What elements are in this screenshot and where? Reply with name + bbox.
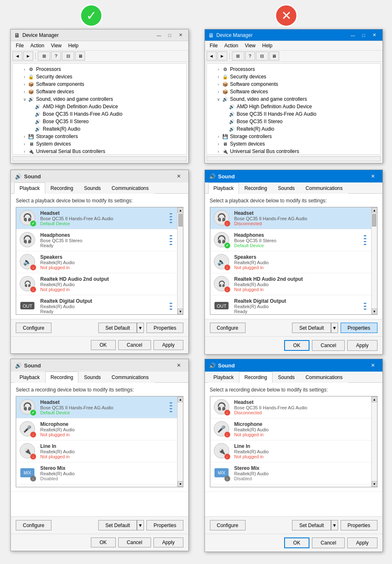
set-default-btn-recording-left[interactable]: Set Default <box>98 520 137 530</box>
apply-btn-playback-right[interactable]: Apply <box>347 340 377 351</box>
properties-btn-playback-left[interactable]: Properties <box>146 323 183 333</box>
set-default-btn-playback-left[interactable]: Set Default <box>98 323 137 333</box>
tree-item-sound-right[interactable]: ∨🔊Sound, video and game controllers <box>209 95 379 103</box>
dm-menu-view-right[interactable]: View <box>241 42 259 49</box>
tree-item-bose-ag-left[interactable]: 🔊Bose QC35 II Hands-Free AG Audio <box>15 110 185 118</box>
tree-item-bose-stereo-right[interactable]: 🔊Bose QC35 II Stereo <box>209 118 379 125</box>
sound-close-playback-left[interactable]: ✕ <box>173 172 184 181</box>
cancel-btn-recording-right[interactable]: Cancel <box>312 537 345 548</box>
device-item-headset-playback-right[interactable]: 🎧 ↓ Headset Bose QC35 II Hands-Free AG A… <box>210 207 377 229</box>
cancel-btn-playback-right[interactable]: Cancel <box>312 340 345 351</box>
tree-item-bose-ag-right[interactable]: 🔊Bose QC35 II Hands-Free AG Audio <box>209 110 379 118</box>
device-item-realtek2nd-playback-left[interactable]: 🎧 ↓ Realtek HD Audio 2nd output Realtek(… <box>16 273 183 295</box>
sound-close-recording-left[interactable]: ✕ <box>173 361 184 370</box>
tree-item-realtek-right[interactable]: 🔊Realtek(R) Audio <box>209 125 379 133</box>
tree-item-system-left[interactable]: ›🖥System devices <box>15 140 185 148</box>
tree-item-storage-left[interactable]: ›💾Storage controllers <box>15 133 185 140</box>
tab-sounds-right[interactable]: Sounds <box>273 182 300 194</box>
tab-communications-right[interactable]: Communications <box>300 182 348 194</box>
tree-item-security-right[interactable]: ›🔒Security devices <box>209 73 379 80</box>
scroll-up-playback-right[interactable]: ▲ <box>372 207 377 213</box>
dm-menu-help-left[interactable]: Help <box>65 42 82 49</box>
tree-item-amd-right[interactable]: 🔊AMD High Definition Audio Device <box>209 103 379 110</box>
tree-item-swdev-right[interactable]: ›📦Software devices <box>209 88 379 95</box>
device-item-mic-recording-left[interactable]: 🎤 ↓ Microphone Realtek(R) Audio Not plug… <box>16 418 183 440</box>
dm-close-right[interactable]: ✕ <box>370 32 379 39</box>
tab-playback-rec-right[interactable]: Playback <box>208 372 239 383</box>
tab-playback-rec-left[interactable]: Playback <box>14 372 45 383</box>
tab-playback-right[interactable]: Playback <box>208 182 239 194</box>
set-default-dropdown-playback-left[interactable]: ▾ <box>137 323 144 333</box>
dm-menu-file-left[interactable]: File <box>12 42 27 49</box>
apply-btn-playback-left[interactable]: Apply <box>153 340 183 350</box>
tab-recording-left[interactable]: Recording <box>45 182 79 194</box>
device-item-linein-recording-right[interactable]: 🔌 ↓ Line In Realtek(R) Audio Not plugged… <box>210 440 377 462</box>
scroll-down-recording-left[interactable]: ▼ <box>178 481 183 487</box>
tab-communications-rec-right[interactable]: Communications <box>300 372 348 383</box>
tab-sounds-left[interactable]: Sounds <box>78 182 106 194</box>
scroll-down-playback-right[interactable]: ▼ <box>372 309 377 314</box>
properties-btn-recording-left[interactable]: Properties <box>146 520 183 530</box>
dm-back-right[interactable]: ◄ <box>207 51 217 61</box>
sound-close-playback-right[interactable]: ✕ <box>368 172 378 181</box>
scroll-down-playback-left[interactable]: ▼ <box>178 309 183 314</box>
scroll-up-recording-right[interactable]: ▲ <box>372 396 377 402</box>
dm-maximize-left[interactable]: □ <box>165 32 174 39</box>
scroll-up-playback-left[interactable]: ▲ <box>178 207 183 213</box>
ok-btn-recording-left[interactable]: OK <box>91 537 116 547</box>
ok-btn-playback-left[interactable]: OK <box>91 340 116 350</box>
tree-item-usb-right[interactable]: ›🔌Universal Serial Bus controllers <box>209 148 379 155</box>
tree-item-realtek-left[interactable]: 🔊Realtek(R) Audio <box>15 125 185 133</box>
tree-item-security-left[interactable]: ›🔒Security devices <box>15 73 185 80</box>
configure-btn-playback-right[interactable]: Configure <box>210 323 246 333</box>
dm-btn1-left[interactable]: ⊞ <box>38 51 50 61</box>
configure-btn-recording-left[interactable]: Configure <box>16 520 51 530</box>
dm-minimize-left[interactable]: — <box>154 32 163 39</box>
configure-btn-playback-left[interactable]: Configure <box>16 323 51 333</box>
device-item-headset-recording-left[interactable]: 🎧 ✓ Headset Bose QC35 II Hands-Free AG A… <box>16 396 183 418</box>
dm-btn4-left[interactable]: 🖥 <box>75 51 85 61</box>
tab-recording-right[interactable]: Recording <box>239 182 273 194</box>
dm-forward-right[interactable]: ► <box>217 51 227 61</box>
cancel-btn-playback-left[interactable]: Cancel <box>118 340 151 350</box>
tab-recording-rec-right[interactable]: Recording <box>239 372 273 383</box>
device-item-speakers-playback-left[interactable]: 🔈 ↓ Speakers Realtek(R) Audio Not plugge… <box>16 251 183 273</box>
dm-hscroll-right[interactable] <box>207 156 381 161</box>
dm-menu-action-left[interactable]: Action <box>27 42 47 49</box>
dm-btn2-left[interactable]: ? <box>51 51 61 61</box>
device-item-stereomix-recording-left[interactable]: MIX ↓ Stereo Mix Realtek(R) Audio Disabl… <box>16 462 183 484</box>
configure-btn-recording-right[interactable]: Configure <box>210 520 246 530</box>
device-item-stereomix-recording-right[interactable]: MIX ↓ Stereo Mix Realtek(R) Audio Disabl… <box>210 462 377 484</box>
device-item-headphones-playback-right[interactable]: 🎧 ✓ Headphones Bose QC35 II Stereo Defau… <box>210 229 377 251</box>
apply-btn-recording-right[interactable]: Apply <box>347 537 377 548</box>
tab-communications-rec-left[interactable]: Communications <box>106 372 154 383</box>
tree-item-amd-left[interactable]: 🔊AMD High Definition Audio Device <box>15 103 185 110</box>
dm-menu-help-right[interactable]: Help <box>259 42 276 49</box>
properties-btn-recording-right[interactable]: Properties <box>341 520 377 530</box>
tab-communications-left[interactable]: Communications <box>106 182 154 194</box>
device-item-realtek2nd-playback-right[interactable]: 🎧 ↓ Realtek HD Audio 2nd output Realtek(… <box>210 273 377 295</box>
scrollbar-playback-left[interactable]: ▲ ▼ <box>177 207 183 314</box>
tree-item-processors-left[interactable]: ›⚙Processors <box>15 66 185 73</box>
dm-btn3-right[interactable]: ⊟ <box>256 51 268 61</box>
scroll-up-recording-left[interactable]: ▲ <box>178 396 183 402</box>
tree-item-swcomp-right[interactable]: ›📦Software components <box>209 80 379 88</box>
set-default-dropdown-recording-left[interactable]: ▾ <box>137 520 144 530</box>
device-item-headset-recording-right[interactable]: 🎧 ↓ Headset Bose QC35 II Hands-Free AG A… <box>210 396 377 418</box>
dm-back-left[interactable]: ◄ <box>12 51 22 61</box>
ok-btn-recording-right[interactable]: OK <box>284 537 309 548</box>
cancel-btn-recording-left[interactable]: Cancel <box>118 537 151 547</box>
dm-minimize-right[interactable]: — <box>348 32 358 39</box>
set-default-dropdown-recording-right[interactable]: ▾ <box>331 520 338 530</box>
tree-item-swcomp-left[interactable]: ›📦Software components <box>15 80 185 88</box>
dm-menu-file-right[interactable]: File <box>207 42 221 49</box>
tab-sounds-rec-right[interactable]: Sounds <box>273 372 300 383</box>
tree-item-storage-right[interactable]: ›💾Storage controllers <box>209 133 379 140</box>
device-item-mic-recording-right[interactable]: 🎤 ↓ Microphone Realtek(R) Audio Not plug… <box>210 418 377 440</box>
tab-recording-rec-left[interactable]: Recording <box>45 372 79 383</box>
device-item-realtekdigital-playback-right[interactable]: OUT Realtek Digital Output Realtek(R) Au… <box>210 295 377 315</box>
tree-item-swdev-left[interactable]: ›📦Software devices <box>15 88 185 95</box>
tab-sounds-rec-left[interactable]: Sounds <box>78 372 106 383</box>
sound-close-recording-right[interactable]: ✕ <box>368 361 378 370</box>
scrollbar-recording-left[interactable]: ▲ ▼ <box>177 396 183 487</box>
